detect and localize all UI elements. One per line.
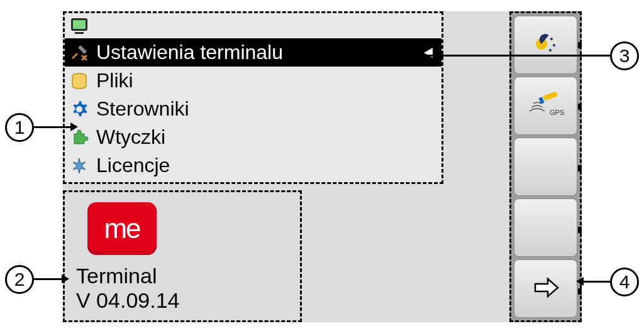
callout-line — [34, 278, 62, 280]
callout-3: 3 — [610, 41, 639, 70]
menu-item-label: Sterowniki — [96, 97, 189, 121]
svg-point-4 — [76, 106, 82, 112]
svg-rect-2 — [75, 32, 84, 34]
svg-rect-9 — [543, 91, 557, 100]
monitor-icon — [69, 15, 90, 36]
database-icon — [69, 70, 90, 92]
callout-line — [584, 281, 610, 283]
callout-line — [34, 126, 70, 128]
menu-item-label: Licencje — [96, 154, 170, 177]
notch — [578, 42, 582, 48]
softkey-empty-1[interactable] — [514, 138, 577, 196]
softkey-next[interactable] — [514, 259, 577, 318]
brand-logo: me — [87, 202, 157, 255]
softkey-panel: GPS — [509, 11, 582, 322]
menu-item-licenses[interactable]: Licencje — [65, 151, 441, 180]
menu-item-plugins[interactable]: Wtyczki — [65, 123, 441, 151]
softkey-empty-2[interactable] — [514, 198, 577, 257]
gear-icon — [69, 99, 90, 120]
license-icon — [69, 155, 90, 176]
svg-text:GPS: GPS — [550, 109, 564, 116]
callout-4: 4 — [610, 268, 639, 296]
callout-1: 1 — [5, 113, 34, 142]
svg-point-6 — [550, 38, 553, 40]
arrow-right-icon — [530, 276, 562, 301]
softkey-gps[interactable]: GPS — [514, 77, 577, 135]
menu-item-drivers[interactable]: Sterowniki — [65, 95, 441, 123]
menu-panel: Ustawienia terminalu Pliki Sterowniki — [63, 11, 443, 184]
app-name: Terminal — [76, 264, 289, 288]
info-panel: me Terminal V 04.09.14 — [63, 190, 302, 322]
callout-line — [413, 55, 610, 57]
callout-arrow — [576, 277, 584, 286]
svg-point-8 — [549, 49, 552, 51]
notch — [578, 288, 582, 295]
menu-item-label: Pliki — [96, 69, 133, 92]
gps-icon: GPS — [527, 91, 565, 121]
notch — [578, 227, 582, 233]
app-version: V 04.09.14 — [76, 288, 289, 313]
softkey-brightness[interactable] — [514, 16, 577, 74]
callout-arrow — [70, 122, 78, 131]
terminal-screen: Ustawienia terminalu Pliki Sterowniki — [63, 11, 582, 322]
callout-arrow — [62, 274, 69, 283]
tools-icon — [69, 42, 90, 63]
callout-2: 2 — [5, 265, 34, 294]
svg-rect-1 — [73, 20, 86, 29]
menu-item-terminal-settings[interactable]: Ustawienia terminalu — [65, 38, 441, 67]
menu-item-label: Ustawienia terminalu — [96, 41, 283, 64]
notch — [578, 165, 582, 171]
notch — [578, 104, 582, 110]
callout-arrow — [405, 51, 413, 60]
brand-logo-text: me — [104, 213, 140, 244]
menu-item-label: Wtyczki — [96, 126, 165, 149]
menu-header — [65, 13, 441, 38]
menu-item-files[interactable]: Pliki — [65, 67, 441, 95]
svg-point-7 — [553, 44, 555, 46]
